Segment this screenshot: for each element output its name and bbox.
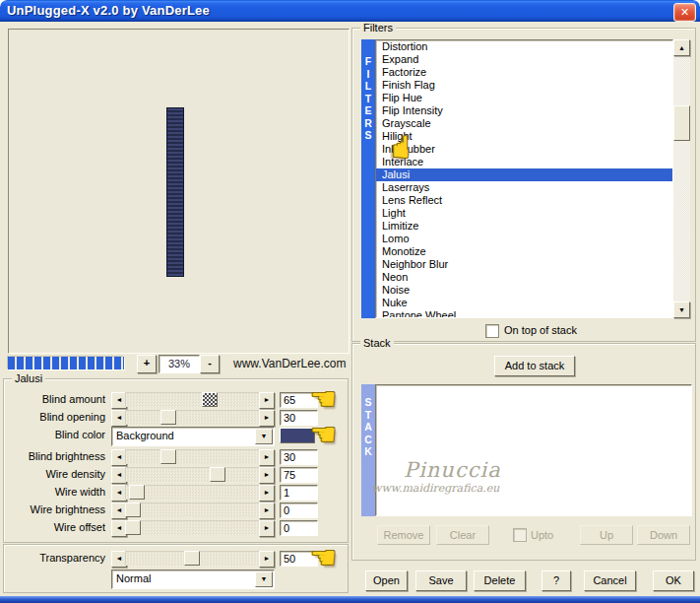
wire-brightness-value-field[interactable]: 0: [280, 502, 318, 518]
chevron-down-icon[interactable]: [255, 429, 273, 444]
close-button[interactable]: ✕: [673, 3, 696, 22]
filter-list-item[interactable]: Neon: [376, 271, 672, 284]
open-button[interactable]: Open: [365, 570, 408, 591]
filter-list-item[interactable]: Factorize: [376, 66, 672, 79]
add-to-stack-button[interactable]: Add to stack: [494, 356, 575, 376]
blind-amount-slider-track[interactable]: [125, 392, 259, 407]
blind-brightness-slider-track[interactable]: [125, 449, 259, 464]
filter-list-item[interactable]: Interlace: [376, 156, 672, 168]
filter-list-item[interactable]: Monotize: [376, 245, 672, 258]
wire-brightness-slider-thumb[interactable]: [125, 502, 141, 517]
filter-list-item[interactable]: Ink Rubber: [376, 143, 672, 156]
zoom-in-button[interactable]: +: [137, 355, 157, 373]
filter-list-item[interactable]: Distortion: [376, 40, 672, 53]
filter-list-item[interactable]: Pantone Wheel: [376, 309, 672, 318]
wire-density-slider-thumb[interactable]: [210, 467, 225, 482]
blend-mode-dropdown[interactable]: Normal: [111, 570, 275, 589]
blind-opening-slider-thumb[interactable]: [160, 410, 176, 425]
blind-amount-slider-thumb[interactable]: [202, 392, 218, 407]
blind-color-dropdown[interactable]: Background: [111, 427, 275, 446]
wire-density-increment-button[interactable]: [259, 467, 275, 484]
wire-brightness-increment-button[interactable]: [259, 502, 275, 519]
blind-opening-increment-button[interactable]: [259, 410, 275, 427]
blind-brightness-increment-button[interactable]: [259, 449, 275, 466]
wire-width-value-field[interactable]: 1: [280, 485, 318, 501]
transparency-slider-track[interactable]: [125, 551, 259, 566]
cancel-button[interactable]: Cancel: [584, 570, 636, 591]
upto-label: Upto: [531, 529, 553, 541]
filter-list-item[interactable]: Lens Reflect: [376, 194, 672, 207]
delete-button[interactable]: Delete: [474, 570, 526, 591]
help-button[interactable]: ?: [541, 570, 571, 591]
filter-list-item[interactable]: Lomo: [376, 233, 672, 245]
blind-opening-slider-track[interactable]: [125, 410, 259, 425]
jalusi-group-caption: Jalusi: [12, 372, 45, 384]
wire-offset-row: Wire offset0: [0, 520, 350, 536]
wire-offset-increment-button[interactable]: [259, 520, 275, 537]
filter-list-item[interactable]: Grayscale: [376, 117, 672, 130]
clear-button[interactable]: Clear: [436, 525, 489, 545]
blind-brightness-slider-thumb[interactable]: [160, 449, 176, 464]
filter-list-item[interactable]: Finish Flag: [376, 79, 672, 92]
preview-area[interactable]: [8, 29, 350, 354]
wire-width-slider-track[interactable]: [125, 485, 259, 500]
blind-brightness-value-field[interactable]: 30: [280, 449, 318, 465]
wire-density-value-field[interactable]: 75: [280, 467, 318, 483]
blind-amount-label: Blind amount: [0, 393, 105, 405]
wire-offset-value-field[interactable]: 0: [280, 520, 318, 536]
scroll-up-icon[interactable]: [673, 39, 690, 56]
filter-list-item[interactable]: Laserrays: [376, 181, 672, 194]
filters-vertical-band: FILTERS: [361, 39, 375, 318]
transparency-increment-button[interactable]: [259, 551, 275, 568]
save-button[interactable]: Save: [415, 570, 467, 591]
down-button[interactable]: Down: [637, 525, 690, 545]
wire-width-row: Wire width1: [0, 485, 350, 501]
hand-cursor-icon: [310, 420, 337, 449]
filter-list-item[interactable]: Nuke: [376, 297, 672, 309]
hand-cursor-icon: [386, 134, 415, 161]
hand-cursor-icon: [310, 543, 337, 572]
ok-button[interactable]: OK: [653, 570, 694, 591]
filter-list-item[interactable]: Expand: [376, 53, 672, 66]
filter-list-item[interactable]: Light: [376, 207, 672, 220]
wire-density-slider-track[interactable]: [125, 467, 259, 482]
filter-list-item[interactable]: Limitize: [376, 220, 672, 233]
blind-color-row: Blind colorBackground: [0, 428, 350, 443]
on-top-of-stack-checkbox[interactable]: [485, 324, 499, 338]
wire-width-label: Wire width: [0, 486, 105, 498]
blind-amount-increment-button[interactable]: [259, 392, 275, 409]
blind-color-label: Blind color: [0, 429, 105, 440]
filter-list-item[interactable]: Jalusi: [376, 168, 672, 181]
scroll-down-icon[interactable]: [673, 302, 690, 318]
remove-button[interactable]: Remove: [377, 525, 430, 545]
title-bar[interactable]: UnPlugged-X v2.0 by VanDerLee ✕: [0, 0, 700, 22]
filters-group-box: Filters FILTERS DistortionExpandFactoriz…: [351, 28, 696, 342]
on-top-of-stack-label: On top of stack: [504, 324, 577, 336]
filter-list-item[interactable]: Neighbor Blur: [376, 258, 672, 271]
stack-list[interactable]: Pinuccia www.maidiregrafica.eu: [375, 384, 692, 516]
wire-width-slider-thumb[interactable]: [129, 485, 145, 500]
wire-offset-slider-thumb[interactable]: [125, 520, 141, 535]
wire-brightness-slider-track[interactable]: [125, 502, 259, 517]
preview-blind-bar: [166, 107, 184, 277]
wire-offset-slider-track[interactable]: [125, 520, 259, 535]
stack-vertical-band: STACK: [361, 384, 375, 516]
filter-list-item[interactable]: Flip Hue: [376, 92, 672, 104]
blind-color-dropdown-value: Background: [116, 430, 174, 441]
filter-list-item[interactable]: Hilight: [376, 130, 672, 143]
blind-opening-row: Blind opening30: [0, 410, 350, 426]
filter-list-item[interactable]: Flip Intensity: [376, 104, 672, 117]
up-button[interactable]: Up: [580, 525, 633, 545]
chevron-down-icon[interactable]: [255, 571, 273, 587]
wire-brightness-label: Wire brightness: [0, 503, 105, 515]
upto-checkbox[interactable]: [513, 528, 527, 542]
wire-width-increment-button[interactable]: [259, 485, 275, 502]
scrollbar-thumb[interactable]: [673, 105, 690, 141]
filter-list-item[interactable]: Noise: [376, 284, 672, 297]
zoom-out-button[interactable]: -: [200, 355, 220, 373]
transparency-slider-thumb[interactable]: [184, 551, 200, 566]
window-bottom-frame: [0, 596, 700, 603]
filters-scrollbar[interactable]: [673, 39, 690, 318]
filters-list[interactable]: DistortionExpandFactorizeFinish FlagFlip…: [375, 39, 673, 318]
zoom-level-display: 33%: [159, 355, 200, 373]
